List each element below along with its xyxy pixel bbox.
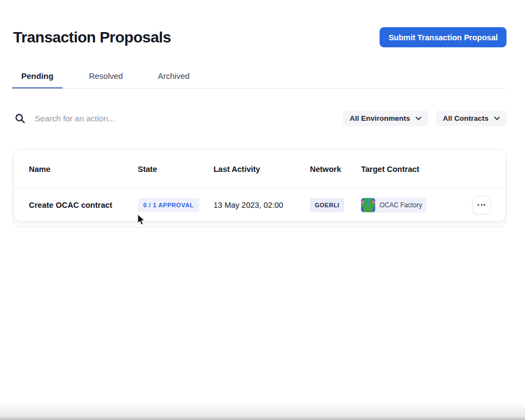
target-contract-name: OCAC Factory [380,201,422,209]
chevron-down-icon [416,116,422,120]
column-header-state: State [138,165,213,174]
environments-filter-label: All Environments [350,114,410,122]
transaction-proposals-page: Transaction Proposals Submit Transaction… [0,27,525,227]
search-icon [14,113,26,124]
contract-blockie-avatar-icon [361,198,375,212]
contracts-filter-dropdown[interactable]: All Contracts [436,110,506,126]
environments-filter-dropdown[interactable]: All Environments [343,110,428,126]
bottom-edge-shadow [0,403,525,420]
column-header-target-contract: Target Contract [361,165,453,174]
filter-row: All Environments All Contracts [13,110,506,126]
row-actions-menu-button[interactable] [472,196,491,214]
proposals-table-card: Name State Last Activity Network Target … [13,149,506,227]
last-activity-timestamp: 13 May 2023, 02:00 [213,201,310,209]
search-input[interactable] [35,114,264,123]
contracts-filter-label: All Contracts [443,114,489,122]
tab-archived[interactable]: Archived [158,67,190,88]
proposals-table: Name State Last Activity Network Target … [14,150,506,221]
proposal-name: Create OCAC contract [29,201,138,209]
table-header-row: Name State Last Activity Network Target … [14,150,506,188]
column-header-last-activity: Last Activity [213,165,310,174]
column-header-network: Network [310,165,361,174]
table-row[interactable]: Create OCAC contract 0 / 1 APPROVAL 13 M… [14,188,506,221]
submit-transaction-proposal-button[interactable]: Submit Transaction Proposal [380,27,506,47]
tab-pending[interactable]: Pending [12,67,63,88]
ellipsis-icon [478,204,479,206]
column-header-name: Name [29,165,138,174]
tab-bar: Pending Resolved Archived [12,67,506,89]
page-header: Transaction Proposals Submit Transaction… [13,27,506,47]
network-badge: GOERLI [310,198,344,212]
chevron-down-icon [494,116,500,120]
approval-status-badge: 0 / 1 APPROVAL [138,198,199,212]
search-box [13,113,343,124]
tab-resolved[interactable]: Resolved [89,67,123,88]
page-title: Transaction Proposals [13,29,171,46]
target-contract-chip[interactable]: OCAC Factory [361,197,426,213]
